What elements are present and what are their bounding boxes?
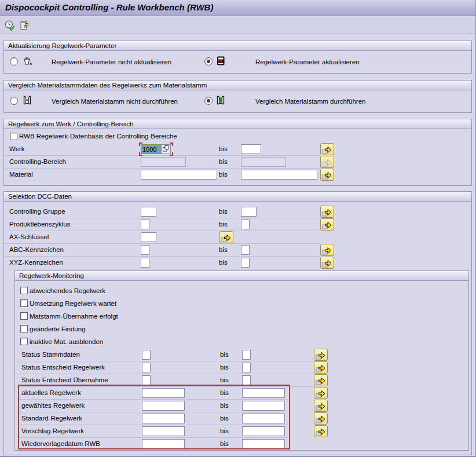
- execute-button[interactable]: [3, 19, 17, 32]
- status-stammdaten-multi-select-button[interactable]: [314, 349, 328, 361]
- aktuelles-regelwerk-from-input[interactable]: [142, 388, 185, 398]
- combo-squares-icon: [162, 145, 170, 154]
- gewaehltes-regelwerk-multi-select-button[interactable]: [314, 400, 328, 412]
- compare-on-icon: [215, 94, 226, 106]
- field-row-material: Material bis: [5, 169, 320, 181]
- werk-from-input[interactable]: [141, 144, 161, 154]
- xyz-kennzeichen-from-input[interactable]: [141, 258, 149, 268]
- multi-select-arrow-icon: [220, 233, 233, 243]
- material-from-input[interactable]: [141, 170, 217, 180]
- multi-select-arrow-icon: [314, 350, 327, 360]
- vorschlag-regelwerk-from-input[interactable]: [142, 426, 185, 436]
- wiedervorlagedatum-to-input[interactable]: [242, 439, 285, 449]
- vorschlag-regelwerk-to-input[interactable]: [242, 426, 285, 436]
- multi-select-arrow-icon: [314, 427, 327, 437]
- gewaehltes-regelwerk-from-input[interactable]: [142, 401, 185, 411]
- inaktive-mat-ausblenden-label: inaktive Mat. ausblenden: [30, 338, 103, 345]
- produktlebenszyklus-multi-select-button[interactable]: [320, 218, 334, 231]
- aktuelles-regelwerk-to-input[interactable]: [242, 388, 285, 398]
- status-entscheid-uebernahme-to-input[interactable]: [242, 375, 251, 385]
- werk-dropdown-button[interactable]: [161, 144, 171, 154]
- abweichendes-regelwerk-checkbox[interactable]: [20, 287, 28, 294]
- section-monitoring: Regelwerk-Monitoring abweichendes Regelw…: [14, 270, 469, 451]
- section-plant: Regelwerk zum Werk / Controlling-Bereich…: [3, 119, 472, 186]
- controlling-bereich-multi-select-button: [320, 156, 334, 168]
- rwb-databasis-checkbox[interactable]: [10, 133, 17, 140]
- standard-regelwerk-to-input[interactable]: [242, 414, 285, 423]
- werk-to-input[interactable]: [241, 144, 261, 154]
- radio-do-compare-label: Vergleich Materialstamm durchführen: [255, 98, 365, 105]
- matstamm-uebernahme-erfolgt-checkbox[interactable]: [20, 312, 28, 320]
- xyz-kennzeichen-label: XYZ-Kennzeichen: [9, 259, 63, 266]
- get-variant-button[interactable]: [17, 19, 31, 32]
- checkbox-row: geänderte Findung: [16, 323, 313, 336]
- multi-select-arrow-icon: [314, 414, 327, 424]
- field-row-vorschlag-regelwerk: Vorschlag Regelwerk bis: [19, 425, 288, 438]
- ax-schluessel-from-input[interactable]: [141, 232, 156, 242]
- abc-kennzeichen-to-input[interactable]: [241, 245, 250, 255]
- multi-select-arrow-icon: [314, 389, 327, 398]
- produktlebenszyklus-from-input[interactable]: [141, 220, 149, 229]
- abc-kennzeichen-from-input[interactable]: [141, 245, 149, 255]
- radio-no-compare-label: Vergleich Materialstamm nicht durchführe…: [52, 98, 178, 105]
- material-label: Material: [9, 171, 33, 178]
- controlling-gruppe-to-input[interactable]: [241, 207, 257, 217]
- bis-label: bis: [219, 208, 228, 215]
- checkbox-row: Umsetzung Regelwerk wartet: [16, 298, 313, 310]
- status-entscheid-regelwerk-from-input[interactable]: [142, 363, 151, 372]
- bis-label: bis: [219, 158, 228, 165]
- field-row-ax-schluessel: AX-Schlüssel: [5, 231, 320, 244]
- bottom-frame-line: [0, 456, 476, 456]
- gewaehltes-regelwerk-to-input[interactable]: [242, 401, 285, 411]
- aktuelles-regelwerk-label: aktuelles Regelwerk: [21, 389, 81, 396]
- bis-label: bis: [220, 440, 229, 447]
- radio-no-compare[interactable]: [10, 97, 18, 105]
- status-entscheid-uebernahme-from-input[interactable]: [142, 375, 151, 385]
- umsetzung-regelwerk-wartet-checkbox[interactable]: [20, 299, 28, 307]
- radio-no-update[interactable]: [10, 57, 18, 65]
- radio-no-update-label: Regelwerk-Parameter nicht aktualisieren: [52, 59, 171, 65]
- status-entscheid-uebernahme-label: Status Entscheid Übernahme: [21, 376, 108, 383]
- rwb-databasis-checkbox-label: RWB Regelwerk-Datenbasis der Controlling…: [19, 133, 177, 140]
- compare-off-icon: [21, 94, 33, 106]
- field-row-standard-regelwerk: Standard-Regelwerk bis: [19, 412, 288, 425]
- multi-select-arrow-icon: [321, 246, 334, 255]
- radio-do-update-label: Regelwerk-Parameter aktualisieren: [255, 59, 360, 65]
- multi-select-arrow-icon: [321, 220, 334, 230]
- bis-label: bis: [219, 171, 228, 178]
- vorschlag-regelwerk-multi-select-button[interactable]: [314, 425, 328, 437]
- standard-regelwerk-multi-select-button[interactable]: [314, 412, 328, 425]
- werk-multi-select-button[interactable]: [320, 143, 334, 155]
- standard-regelwerk-from-input[interactable]: [142, 414, 185, 423]
- field-row-controlling-gruppe: Controlling Gruppe bis: [5, 206, 320, 218]
- controlling-gruppe-from-input[interactable]: [141, 207, 156, 217]
- bis-label: bis: [220, 351, 229, 358]
- radio-do-compare[interactable]: [204, 97, 213, 105]
- produktlebenszyklus-to-input[interactable]: [241, 220, 250, 229]
- material-multi-select-button[interactable]: [320, 169, 334, 181]
- abc-kennzeichen-multi-select-button[interactable]: [320, 244, 334, 256]
- aktuelles-regelwerk-multi-select-button[interactable]: [314, 387, 328, 399]
- status-entscheid-uebernahme-multi-select-button[interactable]: [314, 374, 328, 386]
- field-row-controlling-bereich: Controlling-Bereich bis: [5, 156, 320, 169]
- ax-schluessel-multi-select-button[interactable]: [219, 231, 233, 243]
- controlling-gruppe-label: Controlling Gruppe: [9, 208, 65, 215]
- field-row-abc-kennzeichen: ABC-Kennzeichen bis: [5, 244, 320, 257]
- status-entscheid-regelwerk-multi-select-button[interactable]: [314, 361, 328, 374]
- status-stammdaten-from-input[interactable]: [142, 350, 151, 360]
- controlling-bereich-from-input: [141, 157, 186, 167]
- inaktive-mat-ausblenden-checkbox[interactable]: [20, 338, 28, 345]
- checkbox-row: inaktive Mat. ausblenden: [16, 336, 313, 349]
- xyz-kennzeichen-multi-select-button[interactable]: [320, 257, 334, 269]
- checkbox-row: Matstamm-Übernahme erfolgt: [16, 310, 313, 323]
- status-entscheid-regelwerk-to-input[interactable]: [242, 363, 251, 372]
- material-to-input[interactable]: [241, 170, 317, 180]
- bis-label: bis: [219, 145, 228, 152]
- wiedervorlagedatum-from-input[interactable]: [142, 439, 185, 449]
- status-stammdaten-to-input[interactable]: [242, 350, 251, 360]
- xyz-kennzeichen-to-input[interactable]: [241, 258, 250, 268]
- controlling-gruppe-multi-select-button[interactable]: [320, 206, 334, 218]
- get-variant-icon: [19, 24, 30, 33]
- radio-do-update[interactable]: [204, 57, 213, 65]
- geaenderte-findung-checkbox[interactable]: [20, 325, 28, 332]
